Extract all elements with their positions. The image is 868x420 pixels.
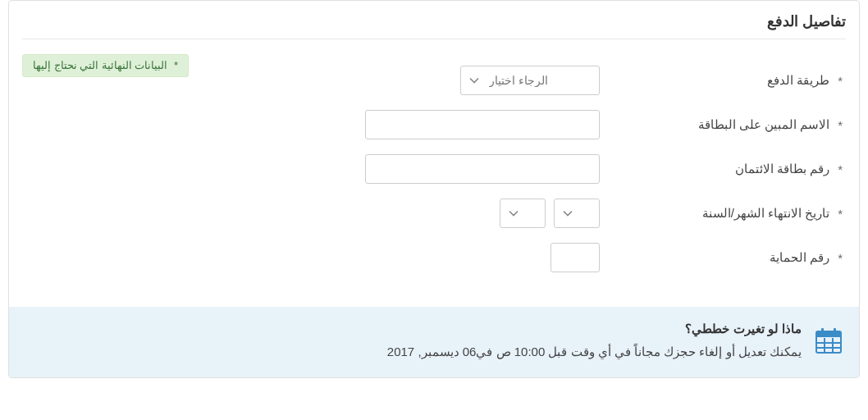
label-text: طريقة الدفع: [767, 73, 829, 88]
chevron-down-icon: [563, 208, 573, 218]
asterisk-icon: *: [838, 251, 843, 265]
expiry-month-select[interactable]: [554, 199, 600, 228]
label-payment-method: * طريقة الدفع: [600, 73, 846, 88]
required-fields-text: البيانات النهائية التي نحتاج إليها: [33, 59, 167, 71]
svg-rect-3: [834, 328, 836, 334]
svg-rect-1: [816, 331, 841, 337]
label-text: تاريخ الانتهاء الشهر/السنة: [702, 206, 830, 221]
asterisk-icon: *: [838, 74, 843, 88]
calendar-icon: [815, 326, 843, 354]
panel-header: تفاصيل الدفع: [9, 1, 859, 39]
label-cvv: * رقم الحماية: [600, 250, 846, 265]
info-box: ماذا لو تغيرت خططي؟ يمكنك تعديل أو إلغاء…: [9, 307, 859, 377]
asterisk-icon: *: [838, 207, 843, 221]
expiry-year-select[interactable]: [500, 199, 546, 228]
row-card-number: * رقم بطاقة الائتمان: [22, 154, 846, 184]
asterisk-icon: *: [174, 59, 178, 71]
svg-rect-2: [821, 328, 824, 334]
required-fields-badge: * البيانات النهائية التي نحتاج إليها: [22, 54, 189, 77]
label-text: الاسم المبين على البطاقة: [698, 117, 830, 132]
info-title: ماذا لو تغيرت خططي؟: [25, 322, 802, 336]
chevron-down-icon: [509, 208, 519, 218]
asterisk-icon: *: [838, 162, 843, 176]
label-card-number: * رقم بطاقة الائتمان: [600, 162, 846, 176]
chevron-down-icon: [469, 75, 479, 85]
name-on-card-input[interactable]: [365, 110, 600, 139]
label-text: رقم الحماية: [770, 250, 829, 265]
label-name-on-card: * الاسم المبين على البطاقة: [600, 117, 846, 132]
panel-title: تفاصيل الدفع: [22, 12, 846, 30]
row-cvv: * رقم الحماية: [22, 243, 846, 272]
payment-method-select[interactable]: الرجاء اختيار: [460, 66, 600, 95]
panel-body: * البيانات النهائية التي نحتاج إليها * ط…: [9, 39, 859, 307]
asterisk-icon: *: [838, 118, 843, 132]
info-text: ماذا لو تغيرت خططي؟ يمكنك تعديل أو إلغاء…: [25, 322, 802, 359]
card-number-input[interactable]: [365, 154, 600, 184]
label-expiry: * تاريخ الانتهاء الشهر/السنة: [600, 206, 846, 221]
form-rows: * طريقة الدفع الرجاء اختيار * الاسم المب…: [22, 66, 846, 272]
label-text: رقم بطاقة الائتمان: [735, 162, 829, 176]
row-expiry: * تاريخ الانتهاء الشهر/السنة: [22, 199, 846, 228]
select-placeholder: الرجاء اختيار: [489, 74, 548, 87]
info-description: يمكنك تعديل أو إلغاء حجزك مجاناً في أي و…: [25, 345, 802, 359]
row-name-on-card: * الاسم المبين على البطاقة: [22, 110, 846, 139]
cvv-input[interactable]: [550, 243, 600, 272]
payment-details-panel: تفاصيل الدفع * البيانات النهائية التي نح…: [8, 0, 860, 378]
